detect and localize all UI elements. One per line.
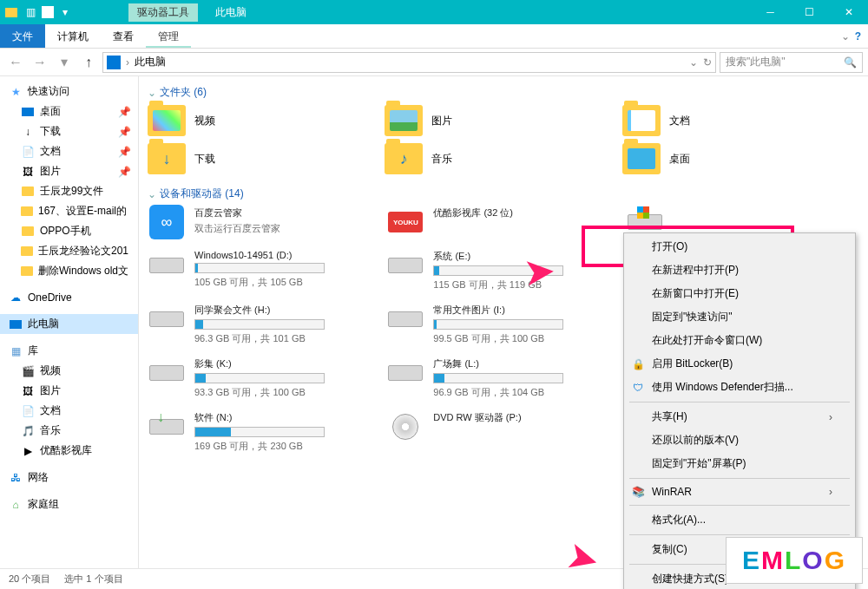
sidebar-network[interactable]: 🖧网络 xyxy=(0,468,138,488)
libraries-icon: ▦ xyxy=(9,344,23,358)
drive-item[interactable]: ∞百度云管家双击运行百度云管家 xyxy=(148,206,381,238)
sidebar-item[interactable]: 壬辰龙99文件 xyxy=(0,181,138,201)
sidebar-homegroup[interactable]: ⌂家庭组 xyxy=(0,494,138,514)
sidebar-item[interactable]: 壬辰龙经验论文201 xyxy=(0,241,138,261)
pc-icon xyxy=(107,56,121,69)
qat-new-icon[interactable] xyxy=(42,6,54,18)
qat-properties-icon[interactable]: ▥ xyxy=(23,4,38,20)
tab-file[interactable]: 文件 xyxy=(0,24,45,48)
section-folders[interactable]: ⌄文件夹 (6) xyxy=(148,82,859,105)
sidebar-libraries[interactable]: ▦库 xyxy=(0,341,138,361)
watermark-logo: EMLOG xyxy=(726,537,863,584)
forward-button[interactable]: → xyxy=(30,52,50,73)
context-menu-item[interactable]: 固定到"开始"屏幕(P) xyxy=(626,452,853,475)
folder-icon xyxy=(622,143,661,174)
chevron-down-icon: ⌄ xyxy=(148,188,156,200)
folder-item[interactable]: 音乐 xyxy=(385,143,621,174)
refresh-icon[interactable]: ↻ xyxy=(703,56,712,69)
address-location: 此电脑 xyxy=(135,55,166,69)
tab-view[interactable]: 查看 xyxy=(101,24,146,48)
winrar-icon: 📚 xyxy=(631,485,645,499)
search-icon[interactable]: 🔍 xyxy=(844,56,857,69)
context-menu-item[interactable]: 📚WinRAR› xyxy=(626,481,853,502)
address-dropdown-icon[interactable]: ⌄ xyxy=(689,56,698,69)
chevron-down-icon: ⌄ xyxy=(148,87,156,99)
maximize-button[interactable]: ☐ xyxy=(790,0,829,24)
drive-item[interactable]: Windows10-14951 (D:)105 GB 可用，共 105 GB xyxy=(148,250,381,291)
context-tab-drive-tools: 驱动器工具 xyxy=(128,3,198,22)
qat-dropdown-icon[interactable]: ▾ xyxy=(57,4,73,20)
capacity-bar xyxy=(194,319,325,330)
folder-icon: 📄 xyxy=(21,145,35,159)
folder-item[interactable]: 下载 xyxy=(148,143,385,174)
sidebar-onedrive[interactable]: ☁OneDrive xyxy=(0,288,138,307)
folder-icon xyxy=(148,143,186,174)
recent-dropdown[interactable]: ▾ xyxy=(54,52,75,73)
drive-item[interactable]: 系统 (E:)115 GB 可用，共 119 GB xyxy=(386,250,620,291)
section-drives[interactable]: ⌄设备和驱动器 (14) xyxy=(148,183,859,206)
up-button[interactable]: ↑ xyxy=(78,52,99,73)
sidebar-item[interactable]: 🖼图片📌 xyxy=(0,161,138,181)
context-menu-item[interactable]: 还原以前的版本(V) xyxy=(626,429,853,452)
drive-item[interactable]: 同学聚会文件 (H:)96.3 GB 可用，共 101 GB xyxy=(148,304,381,345)
context-menu-item[interactable]: 在新窗口中打开(E) xyxy=(626,282,853,305)
search-input[interactable]: 搜索"此电脑" 🔍 xyxy=(720,52,863,73)
tab-manage[interactable]: 管理 xyxy=(146,24,191,48)
shield-icon: 🛡 xyxy=(631,381,645,395)
context-menu-item[interactable]: 格式化(A)... xyxy=(626,508,853,532)
onedrive-icon: ☁ xyxy=(9,291,23,304)
address-box[interactable]: › 此电脑 ⌄ ↻ xyxy=(102,52,716,73)
context-menu-item[interactable]: 在此处打开命令窗口(W) xyxy=(626,329,853,352)
tab-computer[interactable]: 计算机 xyxy=(45,24,101,48)
drive-item[interactable]: DVD RW 驱动器 (P:) xyxy=(386,411,620,453)
sidebar-item[interactable]: OPPO手机 xyxy=(0,221,138,241)
sidebar-item[interactable]: ▶优酷影视库 xyxy=(0,441,138,461)
menu-separator xyxy=(629,402,850,402)
sidebar-quick-access[interactable]: ★快速访问 xyxy=(0,82,138,101)
context-menu-item[interactable]: 共享(H)› xyxy=(626,405,853,429)
context-menu-item[interactable]: 打开(O) xyxy=(626,235,853,259)
back-button[interactable]: ← xyxy=(5,52,26,73)
library-icon: 🎵 xyxy=(21,424,35,438)
close-button[interactable]: ✕ xyxy=(829,0,868,24)
sidebar-this-pc[interactable]: 此电脑 xyxy=(0,314,138,334)
sidebar-item[interactable]: 🖼图片 xyxy=(0,381,138,401)
context-menu-item[interactable]: 在新进程中打开(P) xyxy=(626,259,853,282)
folder-icon xyxy=(385,105,423,136)
sidebar-item[interactable]: 删除Windows old文 xyxy=(0,261,138,281)
search-placeholder: 搜索"此电脑" xyxy=(726,55,786,69)
drive-item[interactable]: 常用文件图片 (I:)99.5 GB 可用，共 100 GB xyxy=(386,304,620,345)
folder-icon xyxy=(21,185,35,199)
sidebar-item[interactable]: 📄文档📌 xyxy=(0,141,138,161)
sidebar-item[interactable]: 📄文档 xyxy=(0,401,138,421)
help-icon[interactable]: ? xyxy=(855,30,861,43)
context-menu-item[interactable]: 🔒启用 BitLocker(B) xyxy=(626,352,853,376)
drive-icon xyxy=(149,258,184,273)
pc-icon xyxy=(9,317,23,331)
context-menu-item[interactable]: 固定到"快速访问" xyxy=(626,305,853,329)
sidebar-item[interactable]: 167、设置E-mail的 xyxy=(0,201,138,221)
lock-icon: 🔒 xyxy=(631,357,645,371)
context-menu-item[interactable]: 🛡使用 Windows Defender扫描... xyxy=(626,376,853,399)
ribbon-tabs: 文件 计算机 查看 管理 ⌄ ? xyxy=(0,24,868,49)
folder-item[interactable]: 桌面 xyxy=(622,143,859,174)
folder-item[interactable]: 图片 xyxy=(385,105,621,136)
sidebar-item[interactable]: 桌面📌 xyxy=(0,101,138,121)
drive-item[interactable]: 广场舞 (L:)96.9 GB 可用，共 104 GB xyxy=(386,357,620,399)
drive-icon xyxy=(149,365,184,381)
sidebar-item[interactable]: 🎵音乐 xyxy=(0,421,138,441)
drive-item[interactable]: 影集 (K:)93.3 GB 可用，共 100 GB xyxy=(148,357,381,399)
expand-ribbon-icon[interactable]: ⌄ xyxy=(841,30,850,43)
sidebar-item[interactable]: ↓下载📌 xyxy=(0,121,138,141)
drive-item[interactable]: YOUKU优酷影视库 (32 位) xyxy=(386,206,620,238)
sidebar-item[interactable]: 🎬视频 xyxy=(0,361,138,381)
star-icon: ★ xyxy=(9,85,23,99)
drive-item[interactable]: ↓软件 (N:)169 GB 可用，共 230 GB xyxy=(148,411,381,453)
address-bar: ← → ▾ ↑ › 此电脑 ⌄ ↻ 搜索"此电脑" 🔍 xyxy=(0,49,868,76)
minimize-button[interactable]: ─ xyxy=(751,0,790,24)
folder-item[interactable]: 文档 xyxy=(622,105,859,136)
pin-icon: 📌 xyxy=(118,146,131,158)
folder-item[interactable]: 视频 xyxy=(148,105,385,136)
system-menu-icon[interactable] xyxy=(3,4,19,20)
menu-separator xyxy=(629,505,850,506)
